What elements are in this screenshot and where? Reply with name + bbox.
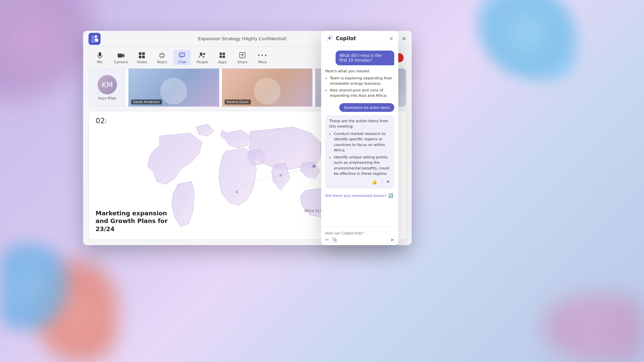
participant-card-serena: Serena Davis (222, 69, 313, 106)
suggestion-chip[interactable]: Are there any unresolved issues? 🔄 (325, 192, 394, 199)
svg-rect-16 (223, 53, 225, 55)
toolbar-react-label: React (157, 60, 167, 64)
views-icon (138, 51, 146, 59)
toolbar-item-mic[interactable]: Mic (91, 50, 109, 65)
svg-point-25 (331, 35, 332, 37)
action-item-1: Conduct market research to identify spec… (334, 131, 390, 153)
svg-point-21 (221, 130, 226, 139)
heart-button[interactable]: ♡ (380, 179, 384, 186)
svg-rect-10 (139, 56, 141, 58)
people-icon (198, 51, 206, 59)
input-left-icons: ✏ 📎 (325, 237, 338, 242)
kayo-avatar: KM (98, 75, 117, 94)
feedback-buttons: 👍 ♡ ⚑ (329, 179, 390, 186)
svg-point-26 (327, 40, 328, 41)
toolbar-item-react[interactable]: 😊 React (153, 50, 171, 65)
user-question-text: What did I miss in the first 10 minutes? (340, 53, 382, 63)
toolbar-camera-label: Camera (114, 60, 128, 64)
copilot-input-area: ✏ 📎 ➤ (321, 226, 398, 245)
mic-icon (96, 51, 104, 59)
share-icon (238, 51, 246, 59)
teams-logo-icon (89, 33, 101, 45)
svg-rect-11 (142, 56, 145, 58)
copilot-title: Copilot (336, 35, 356, 42)
copilot-title-area: Copilot (326, 35, 356, 42)
action-items-list: Conduct market research to identify spec… (329, 131, 390, 177)
toolbar-item-views[interactable]: Views (133, 50, 151, 65)
copilot-response-bullets: Team is exploring expanding their renewa… (325, 76, 394, 99)
svg-rect-18 (223, 56, 225, 58)
svg-point-3 (91, 35, 95, 39)
copilot-sparkle-icon (326, 35, 333, 42)
copilot-bullet-1: Team is exploring expanding their renewa… (330, 76, 394, 87)
chat-icon (178, 51, 186, 59)
summarize-button[interactable]: Summarize our action items (339, 103, 394, 112)
suggestion-text: Are there any unresolved issues? (325, 194, 386, 198)
copilot-panel: Copilot ✕ What did I miss in the first 1… (321, 31, 398, 245)
formatting-icon[interactable]: ✏ (325, 237, 329, 242)
toolbar-item-share[interactable]: Share (234, 50, 251, 65)
toolbar-item-chat[interactable]: Chat (173, 50, 191, 65)
svg-rect-4 (91, 39, 95, 43)
kayo-name: Kayo Miwa (98, 96, 116, 100)
teams-logo-area (89, 33, 101, 45)
camera-icon (117, 51, 125, 59)
svg-rect-8 (139, 52, 141, 55)
apps-icon (218, 51, 226, 59)
svg-point-24 (312, 165, 315, 168)
sarah-name-badge: Sarah Anderson (131, 99, 162, 104)
copilot-response-intro: Here's what you missed (325, 69, 394, 74)
svg-rect-5 (99, 52, 101, 56)
participant-card-kayo: KM Kayo Miwa (89, 69, 126, 106)
svg-point-13 (200, 53, 202, 55)
svg-point-22 (236, 191, 238, 193)
copilot-header: Copilot ✕ (321, 31, 398, 47)
toolbar-views-label: Views (137, 60, 147, 64)
action-items-intro: These are the action items from this mee… (329, 119, 390, 130)
copilot-bullet-2: Alex shared pros and cons of expanding i… (330, 88, 394, 99)
svg-rect-7 (118, 54, 122, 58)
thumbs-up-button[interactable]: 👍 (372, 179, 377, 186)
toolbar-share-label: Share (237, 60, 247, 64)
toolbar-item-more[interactable]: ••• More (254, 50, 271, 65)
toolbar-item-people[interactable]: People (193, 50, 211, 65)
copilot-chat[interactable]: What did I miss in the first 10 minutes?… (321, 47, 398, 226)
svg-rect-9 (142, 52, 145, 55)
copilot-missed-response: Here's what you missed Team is exploring… (325, 69, 394, 100)
svg-point-1 (95, 35, 97, 38)
svg-rect-15 (220, 53, 222, 55)
copilot-close-button[interactable]: ✕ (389, 35, 394, 42)
serena-name-badge: Serena Davis (225, 99, 251, 104)
participant-card-sarah: Sarah Anderson (128, 69, 219, 106)
user-question-bubble: What did I miss in the first 10 minutes? (336, 51, 394, 65)
svg-point-14 (203, 53, 205, 55)
slide-title: Marketing expansion and Growth Plans for… (96, 209, 168, 233)
react-icon: 😊 (158, 51, 166, 59)
toolbar-chat-label: Chat (178, 60, 186, 64)
close-button[interactable]: ✕ (402, 37, 406, 41)
send-button[interactable]: ➤ (390, 237, 394, 242)
toolbar-more-label: More (258, 60, 267, 64)
toolbar-item-apps[interactable]: Apps (214, 50, 231, 65)
flag-button[interactable]: ⚑ (386, 179, 390, 186)
copilot-input-field[interactable] (325, 231, 394, 235)
toolbar-apps-label: Apps (218, 60, 227, 64)
toolbar-people-label: People (196, 60, 208, 64)
refresh-icon: 🔄 (388, 193, 393, 198)
svg-rect-17 (220, 56, 222, 58)
copilot-input-controls: ✏ 📎 ➤ (325, 237, 394, 242)
window-title: Expansion Strategy (Highly Confidential) (198, 36, 287, 41)
action-items-box: These are the action items from this mee… (325, 115, 394, 189)
toolbar-mic-label: Mic (97, 60, 103, 64)
toolbar-item-camera[interactable]: Camera (111, 50, 130, 65)
attach-icon[interactable]: 📎 (332, 237, 338, 242)
more-icon: ••• (258, 51, 267, 59)
summarize-label: Summarize our action items (344, 105, 390, 110)
svg-point-23 (280, 174, 282, 176)
action-item-2: Identify unique selling points, such as … (334, 155, 390, 177)
